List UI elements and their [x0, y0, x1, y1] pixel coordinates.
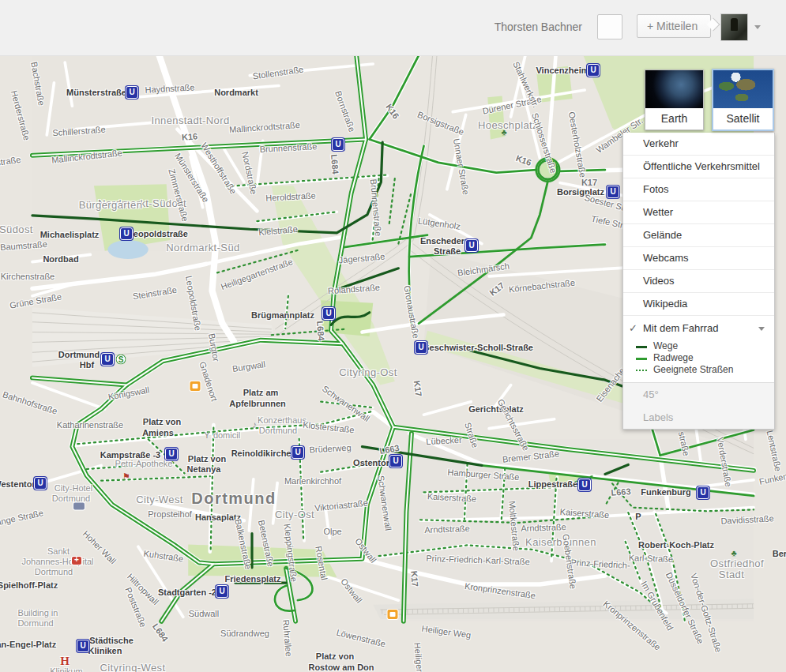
legend-line-solid	[636, 358, 647, 360]
menu-item-gel-nde[interactable]: Gelände	[623, 224, 774, 247]
menu-item-wikipedia[interactable]: Wikipedia	[623, 293, 774, 316]
layers-menu-list: VerkehrÖffentliche VerkehrsmittelFotosWe…	[623, 133, 774, 316]
notifications-button[interactable]	[597, 14, 622, 39]
earth-view-button[interactable]: Earth	[645, 69, 704, 130]
menu-item-verkehr[interactable]: Verkehr	[623, 133, 774, 156]
menu-item-mit-dem-fahrrad[interactable]: ✓ Mit dem Fahrrad	[623, 316, 774, 340]
disabled-menu-section: 45°Labels	[623, 382, 774, 429]
share-button[interactable]: + Mitteilen	[637, 14, 711, 38]
menu-item-fotos[interactable]: Fotos	[623, 178, 774, 201]
user-name: Thorsten Bachner	[495, 21, 582, 33]
satellite-view-button[interactable]: Satellit	[712, 69, 774, 131]
menu-item--ffentliche-verkehrsmittel[interactable]: Öffentliche Verkehrsmittel	[623, 156, 774, 178]
earth-thumbnail-icon	[645, 70, 703, 108]
menu-item-disabled-labels: Labels	[623, 406, 774, 429]
legend-row: Geeignete Straßen	[623, 364, 774, 376]
account-chevron-down-icon[interactable]	[754, 25, 761, 29]
checkmark-icon: ✓	[629, 316, 637, 340]
legend-line-solid	[636, 346, 647, 348]
layers-menu: VerkehrÖffentliche VerkehrsmittelFotosWe…	[622, 133, 775, 430]
bicycle-layer-label: Mit dem Fahrrad	[643, 322, 718, 334]
legend-label: Wege	[653, 340, 678, 351]
top-bar: Thorsten Bachner + Mitteilen	[0, 0, 786, 56]
legend-row: Radwege	[623, 352, 774, 364]
earth-label: Earth	[645, 108, 703, 129]
bicycle-legend: WegeRadwegeGeeignete Straßen	[623, 340, 774, 382]
avatar[interactable]	[720, 13, 748, 41]
menu-item-wetter[interactable]: Wetter	[623, 201, 774, 224]
legend-label: Geeignete Straßen	[653, 364, 733, 375]
satellite-label: Satellit	[713, 108, 773, 129]
menu-item-webcams[interactable]: Webcams	[623, 247, 774, 270]
legend-line-dotted	[636, 370, 647, 371]
satellite-thumbnail-icon	[713, 70, 773, 108]
legend-label: Radwege	[653, 352, 694, 363]
menu-item-disabled-45-: 45°	[623, 383, 774, 406]
menu-item-videos[interactable]: Videos	[623, 270, 774, 293]
bicycle-chevron-down-icon[interactable]	[758, 327, 765, 331]
legend-row: Wege	[623, 340, 774, 352]
